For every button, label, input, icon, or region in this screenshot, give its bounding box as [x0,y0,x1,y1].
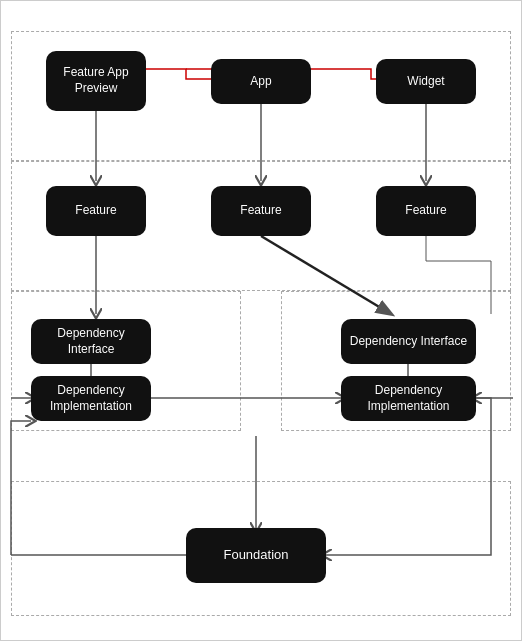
box-feature-right: Feature [376,186,476,236]
box-app: App [211,59,311,104]
box-dep-impl-left: Dependency Implementation [31,376,151,421]
box-foundation: Foundation [186,528,326,583]
diagram-container: Feature App Preview App Widget Feature F… [0,0,522,641]
box-feature-app-preview: Feature App Preview [46,51,146,111]
box-widget: Widget [376,59,476,104]
box-dep-interface-left: Dependency Interface [31,319,151,364]
box-dep-impl-right: Dependency Implementation [341,376,476,421]
box-feature-left: Feature [46,186,146,236]
box-dep-interface-right: Dependency Interface [341,319,476,364]
box-feature-mid: Feature [211,186,311,236]
